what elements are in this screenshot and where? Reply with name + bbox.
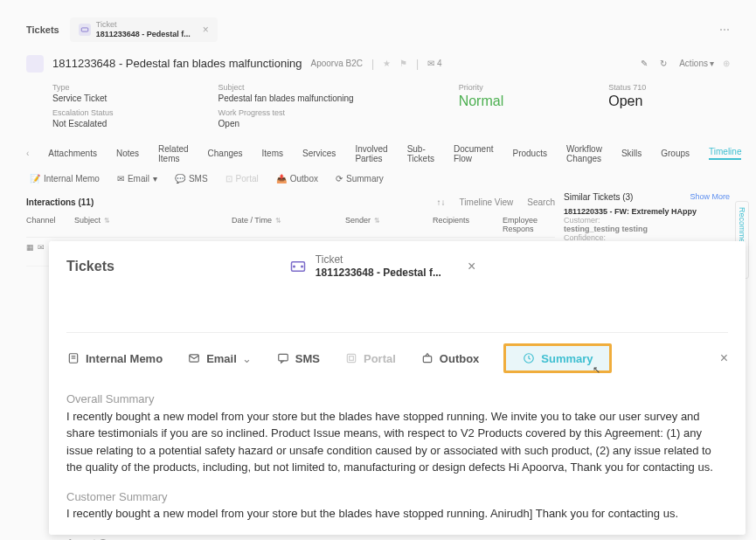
subject-label: Subject xyxy=(218,83,354,92)
sms-button[interactable]: SMS xyxy=(276,351,320,365)
top-bar: Tickets Ticket 1811233648 - Pedestal f..… xyxy=(26,17,730,42)
edit-icon[interactable] xyxy=(641,59,651,69)
refresh-icon[interactable] xyxy=(660,59,670,69)
subject-value: Pedestal fan blades malfunctioning xyxy=(218,93,354,103)
row-type-icon: ▦ xyxy=(26,243,34,260)
progress-value: Open xyxy=(218,119,354,128)
mail-icon: ✉ xyxy=(38,243,45,260)
tab-groups[interactable]: Groups xyxy=(661,149,690,158)
chevron-down-icon[interactable]: ⌄ xyxy=(242,352,252,365)
tab-attachments[interactable]: Attachments xyxy=(48,149,97,158)
overall-summary-title: Overall Summary xyxy=(66,391,728,408)
overlay-header: Tickets Ticket 1811233648 - Pedestal f..… xyxy=(66,253,728,280)
overall-summary-text: I recently bought a new model from your … xyxy=(66,408,728,476)
type-label: Type xyxy=(52,83,114,92)
type-value: Service Ticket xyxy=(52,93,114,103)
overlay-tab-label: Ticket xyxy=(316,253,441,267)
similar-header: Similar Tickets (3) xyxy=(564,192,633,202)
priority-value: Normal xyxy=(459,93,504,109)
memo-icon xyxy=(66,351,80,365)
agent-summary-title: Agent Summary xyxy=(66,535,728,541)
mail-icon xyxy=(187,351,201,365)
portal-btn-bg[interactable]: ⊡ Portal xyxy=(222,172,262,185)
svg-rect-9 xyxy=(347,354,355,362)
col-subject[interactable]: Subject xyxy=(74,216,232,233)
svg-rect-10 xyxy=(350,357,354,361)
overlay-tab[interactable]: Ticket 1811233648 - Pedestal f... xyxy=(289,253,441,280)
document-tab[interactable]: Ticket 1811233648 - Pedestal f... × xyxy=(70,17,218,42)
sms-btn-bg[interactable]: 💬 SMS xyxy=(171,172,212,185)
col-recipients[interactable]: Recipients xyxy=(433,216,503,233)
close-icon[interactable]: × xyxy=(468,259,475,274)
tab-sub[interactable]: Sub-Tickets xyxy=(407,144,434,163)
svg-point-2 xyxy=(294,266,295,267)
flag-icon[interactable]: ⚑ xyxy=(399,59,407,68)
tab-workflow[interactable]: Workflow Changes xyxy=(566,144,602,163)
more-icon[interactable]: ⋯ xyxy=(719,24,730,36)
ticket-icon xyxy=(79,24,91,36)
outbox-btn-bg[interactable]: 📤 Outbox xyxy=(273,172,322,185)
overlay-tickets-title[interactable]: Tickets xyxy=(66,259,114,274)
star-icon[interactable]: ★ xyxy=(383,59,391,68)
summary-body: Overall Summary I recently bought a new … xyxy=(66,391,728,540)
actions-dropdown[interactable]: Actions▾ xyxy=(679,59,714,68)
timeline-view-btn[interactable]: Timeline View xyxy=(460,197,514,207)
tab-changes[interactable]: Changes xyxy=(208,149,243,158)
interactions-title: Interactions (11) xyxy=(26,197,94,207)
info-panel: Type Service Ticket Escalation Status No… xyxy=(26,83,730,128)
memo-btn-bg[interactable]: 📝 Internal Memo xyxy=(26,172,103,185)
sort-toggle-icon[interactable]: ↑↓ xyxy=(437,197,446,207)
escalation-value: Not Escalated xyxy=(52,119,114,128)
status-value: Open xyxy=(608,93,646,109)
sms-icon xyxy=(276,351,290,365)
status-label: Status 710 xyxy=(608,83,646,92)
tab-timeline[interactable]: Timeline xyxy=(709,147,741,160)
col-sender[interactable]: Sender xyxy=(345,216,433,233)
tabs-prev-icon[interactable]: ‹ xyxy=(26,149,29,158)
close-icon[interactable]: × xyxy=(720,350,728,366)
portal-icon xyxy=(344,351,358,365)
col-date[interactable]: Date / Time xyxy=(232,216,345,233)
overlay-tab-title: 1811233648 - Pedestal f... xyxy=(316,267,441,280)
interaction-toolbar-bg: 📝 Internal Memo ✉ Email ▾ 💬 SMS ⊡ Portal… xyxy=(26,172,730,185)
tab-type-label: Ticket xyxy=(96,20,191,30)
outbox-button[interactable]: Outbox xyxy=(420,351,480,365)
progress-label: Work Progress test xyxy=(218,108,354,117)
customer-summary-title: Customer Summary xyxy=(66,488,728,506)
portal-button[interactable]: Portal xyxy=(344,351,396,365)
summary-icon xyxy=(522,351,536,365)
tab-related[interactable]: Related Items xyxy=(158,144,188,163)
tab-notes[interactable]: Notes xyxy=(116,149,139,158)
email-button[interactable]: Email ⌄ xyxy=(187,351,252,365)
record-title: 1811233648 - Pedestal fan blades malfunc… xyxy=(52,57,302,70)
table-header: Channel Subject Date / Time Sender Recip… xyxy=(26,212,555,238)
cursor-icon: ↖ xyxy=(593,364,600,376)
summary-btn-bg[interactable]: ⟳ Summary xyxy=(332,172,387,185)
show-more-link[interactable]: Show More xyxy=(690,192,730,202)
tab-skills[interactable]: Skills xyxy=(621,149,642,158)
tab-involved[interactable]: Involved Parties xyxy=(355,144,387,163)
search-btn[interactable]: Search xyxy=(527,197,555,207)
tab-items[interactable]: Items xyxy=(262,149,283,158)
priority-label: Priority xyxy=(459,83,504,92)
col-channel[interactable]: Channel xyxy=(26,216,74,233)
internal-memo-button[interactable]: Internal Memo xyxy=(66,351,163,365)
tab-title: 1811233648 - Pedestal f... xyxy=(96,30,191,39)
expand-icon[interactable]: ⊕ xyxy=(723,59,730,68)
record-header: 1811233648 - Pedestal fan blades malfunc… xyxy=(26,55,730,73)
svg-point-3 xyxy=(302,266,303,267)
summary-overlay: Tickets Ticket 1811233648 - Pedestal f..… xyxy=(49,241,746,535)
tab-products[interactable]: Products xyxy=(513,149,547,158)
workspace-title[interactable]: Tickets xyxy=(26,24,59,35)
col-emp[interactable]: Employee Respons xyxy=(503,216,555,233)
tab-docflow[interactable]: Document Flow xyxy=(454,144,494,163)
ticket-icon xyxy=(289,260,307,273)
summary-button[interactable]: Summary ↖ xyxy=(503,343,611,373)
record-user: Apoorva B2C xyxy=(311,59,363,68)
customer-summary-text: I recently bought a new model from your … xyxy=(66,505,728,523)
svg-rect-8 xyxy=(279,354,288,361)
email-btn-bg[interactable]: ✉ Email ▾ xyxy=(114,172,161,185)
close-icon[interactable]: × xyxy=(203,24,209,36)
tab-services[interactable]: Services xyxy=(302,149,336,158)
outbox-icon xyxy=(420,351,434,365)
